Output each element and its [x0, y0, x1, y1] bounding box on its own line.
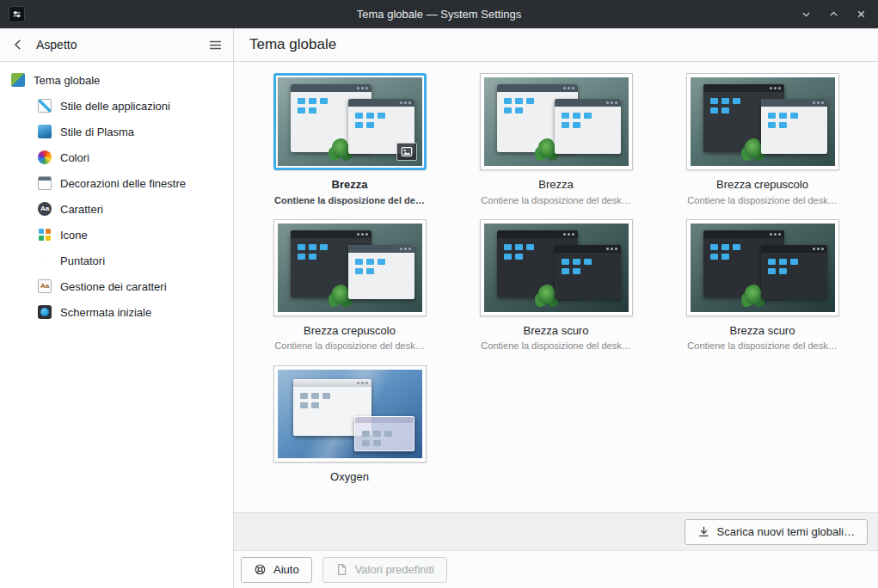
preview-window-titlebar: [761, 245, 827, 253]
back-button[interactable]: [5, 32, 31, 58]
sidebar-item-stile-delle-applicazioni[interactable]: Stile delle applicazioni: [0, 93, 233, 119]
sidebar-item-gestione-dei-caratteri[interactable]: Aa Gestione dei caratteri: [0, 273, 233, 299]
close-button[interactable]: [853, 6, 869, 22]
theme-description: Contiene la disposizione del desk…: [273, 340, 427, 352]
theme-thumbnail: [278, 370, 422, 458]
theme-tile-brezza-crepuscolo-3[interactable]: Brezza crepuscolo Contiene la disposizio…: [686, 73, 839, 206]
help-lifebuoy-icon: [254, 563, 267, 576]
download-new-themes-button[interactable]: Scarica nuovi temi globali…: [685, 519, 868, 545]
theme-tile-brezza-scuro-6[interactable]: Brezza scuro Contiene la disposizione de…: [686, 219, 839, 352]
preview-window-titlebar: [291, 230, 371, 238]
theme-grid: Brezza Contiene la disposizione del de… …: [234, 62, 878, 512]
preview-window-titlebar: [703, 230, 784, 238]
theme-tile-brezza-1[interactable]: Brezza Contiene la disposizione del de…: [273, 73, 427, 206]
preview-window-content: [504, 244, 512, 250]
sidebar-header: Aspetto: [0, 28, 233, 62]
cursors-icon: [38, 254, 52, 267]
theme-tile-oxygen-7[interactable]: Oxygen: [273, 365, 427, 484]
sidebar-item-icone[interactable]: Icone: [0, 222, 233, 248]
main-header: Tema globale: [234, 28, 878, 62]
window-controls: [798, 6, 869, 22]
plasma-style-icon: [38, 125, 52, 138]
theme-preview-frame: [686, 219, 839, 316]
titlebar[interactable]: Tema globale — System Settings: [0, 0, 878, 28]
theme-tile-brezza-2[interactable]: Brezza Contiene la disposizione del desk…: [480, 73, 633, 206]
help-button[interactable]: Aiuto: [241, 557, 312, 583]
hamburger-menu-icon: [208, 38, 223, 52]
window-title: Tema globale — System Settings: [103, 8, 775, 21]
theme-description: Contiene la disposizione del desk…: [686, 195, 839, 206]
theme-preview-frame: [273, 73, 427, 170]
preview-window-content: [562, 259, 569, 265]
preview-window-content: [768, 259, 776, 265]
preview-window-content: [298, 98, 305, 104]
sidebar-item-colori[interactable]: Colori: [0, 144, 233, 170]
image-preview-icon[interactable]: [396, 143, 417, 161]
sidebar-title: Aspetto: [34, 38, 199, 52]
global-theme-icon: [11, 73, 25, 87]
theme-description: Contiene la disposizione del de…: [273, 195, 427, 206]
sidebar-item-caratteri[interactable]: Aa Caratteri: [0, 196, 233, 222]
sidebar-item-decorazioni-delle-finestre[interactable]: Decorazioni delle finestre: [0, 170, 233, 196]
sidebar-item-stile-di-plasma[interactable]: Stile di Plasma: [0, 119, 233, 144]
maximize-button[interactable]: [826, 6, 842, 22]
minimize-button[interactable]: [798, 6, 814, 22]
main-panel: Tema globale Brezza Contiene la disposiz…: [234, 28, 878, 588]
sidebar-item-schermata-iniziale[interactable]: Schermata iniziale: [0, 299, 233, 325]
application-style-icon: [38, 99, 52, 113]
theme-thumbnail: [278, 224, 422, 312]
preview-window-content: [300, 393, 308, 399]
menu-button[interactable]: [202, 32, 228, 58]
theme-name: Oxygen: [273, 470, 427, 484]
preview-window-content: [768, 113, 776, 119]
theme-caption: Brezza scuro Contiene la disposizione de…: [480, 324, 633, 352]
font-management-icon: Aa: [38, 279, 52, 293]
theme-preview-frame: [273, 365, 427, 462]
page-title: Tema globale: [249, 36, 336, 53]
plant-decoration: [745, 138, 762, 158]
sidebar-item-label: Colori: [60, 151, 89, 164]
sidebar-item-puntatori[interactable]: Puntatori: [0, 248, 233, 273]
defaults-button-label: Valori predefiniti: [355, 563, 434, 576]
defaults-button[interactable]: Valori predefiniti: [322, 557, 447, 583]
preview-window-content: [710, 244, 718, 250]
app-icon: [9, 6, 25, 22]
theme-description: Contiene la disposizione del desk…: [480, 340, 633, 352]
theme-tile-brezza-scuro-5[interactable]: Brezza scuro Contiene la disposizione de…: [480, 219, 633, 352]
theme-thumbnail: [691, 77, 835, 166]
theme-name: Brezza scuro: [686, 324, 839, 338]
sidebar-item-tema-globale[interactable]: Tema globale: [0, 67, 233, 93]
preview-window-content: [710, 98, 718, 104]
sidebar-item-label: Schermata iniziale: [60, 306, 151, 319]
preview-window-front: [354, 416, 415, 451]
preview-window-front: [761, 245, 827, 300]
preview-window-front: [761, 99, 827, 154]
preview-window-titlebar: [555, 99, 621, 107]
download-button-label: Scarica nuovi temi globali…: [717, 525, 855, 538]
theme-caption: Brezza Contiene la disposizione del de…: [273, 178, 427, 206]
preview-window-front: [555, 245, 621, 300]
preview-window-content: [355, 113, 363, 119]
colors-icon: [38, 150, 52, 164]
theme-thumbnail: [278, 77, 422, 166]
sidebar-item-label: Gestione dei caratteri: [60, 280, 167, 293]
theme-preview-frame: [480, 73, 633, 170]
bottom-bar: Aiuto Valori predefiniti: [234, 550, 878, 588]
sidebar-item-label: Caratteri: [60, 203, 103, 216]
chevron-down-icon: [800, 8, 813, 21]
document-revert-icon: [335, 563, 348, 576]
theme-thumbnail: [484, 224, 629, 312]
preview-window-titlebar: [497, 84, 578, 92]
help-button-label: Aiuto: [273, 563, 299, 576]
theme-tile-brezza-crepuscolo-4[interactable]: Brezza crepuscolo Contiene la disposizio…: [273, 219, 427, 352]
close-icon: [855, 8, 868, 21]
theme-name: Brezza scuro: [480, 324, 633, 338]
fonts-icon: Aa: [38, 202, 52, 216]
theme-caption: Oxygen: [273, 470, 427, 484]
theme-caption: Brezza crepuscolo Contiene la disposizio…: [686, 178, 839, 206]
theme-caption: Brezza crepuscolo Contiene la disposizio…: [273, 324, 427, 352]
sliders-icon: [11, 9, 22, 20]
preview-window-titlebar: [703, 84, 784, 92]
preview-window-content: [362, 431, 370, 437]
chevron-up-icon: [827, 8, 840, 21]
